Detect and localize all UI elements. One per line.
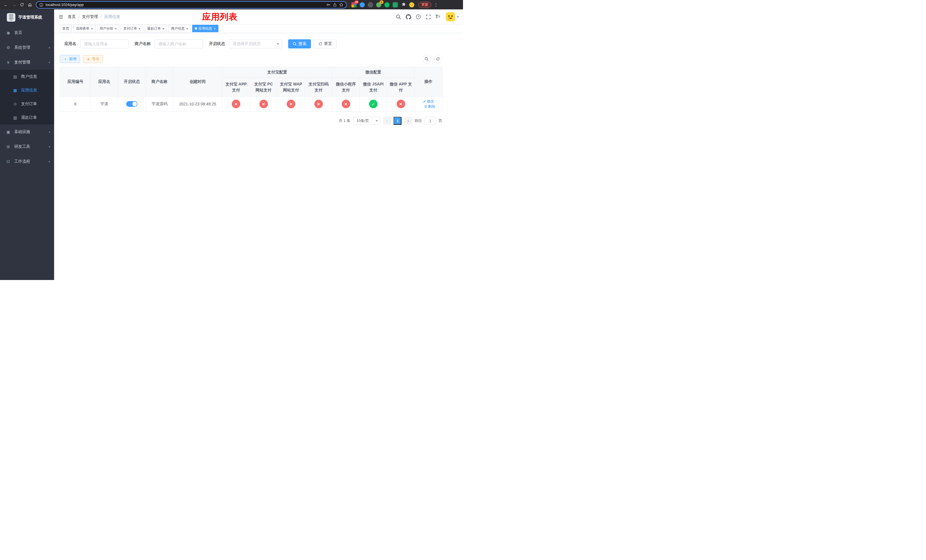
edit-link[interactable]: 修改: [423, 99, 434, 104]
sidebar-toggle-button[interactable]: [54, 14, 68, 20]
page-size-value: 10条/页: [357, 118, 369, 123]
col-alipay-pc: 支付宝 PC 网站支付: [250, 78, 277, 97]
breadcrumb-separator: /: [78, 15, 79, 19]
browser-refresh-button[interactable]: [18, 1, 26, 9]
page-size-select[interactable]: 10条/页: [353, 117, 380, 125]
sidebar-item-app-info[interactable]: ▦ 应用信息: [0, 83, 54, 97]
sidebar-item-payment[interactable]: ¥ 支付管理 ▾: [0, 55, 54, 70]
delete-link[interactable]: 删除: [424, 104, 436, 109]
breadcrumb-current: 应用信息: [104, 14, 120, 20]
tab-merchant-info[interactable]: 商户信息 ×: [168, 25, 191, 32]
extension-badge-one: 1: [380, 0, 384, 4]
goto-page-input[interactable]: [425, 117, 436, 125]
tab-process-form[interactable]: 流程表单 ×: [73, 25, 96, 32]
status-toggle[interactable]: [126, 101, 138, 107]
extension-grid-icon[interactable]: 10: [351, 2, 357, 8]
next-page-button[interactable]: ›: [404, 117, 412, 125]
app-name-input[interactable]: [80, 39, 129, 48]
user-avatar[interactable]: [446, 12, 459, 21]
col-status: 开启状态: [118, 67, 146, 97]
trash-icon: [424, 105, 427, 108]
sidebar-item-label: 支付订单: [21, 101, 37, 106]
sidebar-item-home[interactable]: ◉ 首页: [0, 25, 54, 40]
wx-mini-status-icon: [342, 100, 350, 108]
tab-close-icon[interactable]: ×: [138, 27, 141, 30]
merchant-name-input[interactable]: [154, 39, 203, 48]
breadcrumb-payment[interactable]: 支付管理: [82, 14, 98, 20]
search-button[interactable]: 搜索: [288, 39, 311, 48]
tab-close-icon[interactable]: ×: [91, 27, 93, 30]
tab-app-info[interactable]: 应用信息 ×: [192, 25, 218, 32]
sidebar-item-infrastructure[interactable]: ▣ 基础设施 ▾: [0, 124, 54, 139]
extension-icons: 10 1: [351, 2, 415, 8]
browser-update-button[interactable]: 更新: [418, 2, 431, 8]
search-button-label: 搜索: [298, 41, 306, 47]
sidebar-item-refund-orders[interactable]: ▧ 退款订单: [0, 111, 54, 124]
browser-home-button[interactable]: [26, 1, 33, 9]
browser-avatar-emoji[interactable]: [409, 2, 415, 8]
tab-close-icon[interactable]: ×: [162, 27, 165, 30]
extension-dark-icon[interactable]: [367, 2, 374, 8]
hide-search-button[interactable]: [422, 55, 431, 63]
extension-green-square-icon[interactable]: [392, 2, 398, 8]
dark-circle-icon: [368, 2, 373, 8]
tab-close-icon[interactable]: ×: [213, 27, 216, 30]
yen-icon: ¥: [6, 60, 11, 65]
status-select-placeholder: 请选择开启状态: [233, 41, 260, 47]
share-icon[interactable]: [333, 3, 337, 7]
export-button[interactable]: 导出: [83, 55, 103, 63]
password-key-icon[interactable]: [326, 3, 331, 7]
github-icon[interactable]: [406, 14, 411, 20]
table-toolbar: ＋ 新增 导出: [60, 55, 442, 63]
tab-refund-orders[interactable]: 退款订单 ×: [145, 25, 167, 32]
status-select[interactable]: 请选择开启状态: [229, 39, 282, 48]
page-number-button[interactable]: 1: [393, 117, 401, 125]
extension-wechat-icon[interactable]: [384, 2, 390, 8]
tab-user-group[interactable]: 用户分组 ×: [97, 25, 120, 32]
add-button[interactable]: ＋ 新增: [60, 55, 80, 63]
apps-table: 应用编号 应用名 开启状态 商户名称 创建时间 支付宝配置 微信配置 操作 支付…: [60, 67, 442, 112]
address-bar[interactable]: localhost:1024/pay/app: [36, 1, 347, 9]
site-info-icon[interactable]: [39, 3, 43, 7]
sidebar-logo[interactable]: 芋道管理系统: [0, 9, 54, 25]
sidebar-item-merchant-info[interactable]: ▤ 商户信息: [0, 70, 54, 83]
reset-button[interactable]: 重置: [314, 39, 337, 48]
avatar-dropdown-caret-icon: [457, 16, 459, 18]
tab-close-icon[interactable]: ×: [115, 27, 117, 30]
url-text[interactable]: localhost:1024/pay/app: [45, 3, 324, 7]
refresh-table-button[interactable]: [434, 55, 442, 63]
avatar-emoji-icon: [446, 12, 455, 21]
refresh-icon: [20, 3, 24, 7]
plus-icon: ＋: [64, 56, 67, 62]
bookmark-star-icon[interactable]: [339, 3, 343, 7]
sidebar-item-dev-tools[interactable]: ⊞ 研发工具 ▾: [0, 139, 54, 154]
sidebar-item-label: 首页: [14, 30, 22, 35]
tab-close-icon[interactable]: ×: [186, 27, 188, 30]
green-square-icon: [393, 2, 398, 8]
breadcrumb-home[interactable]: 首页: [68, 14, 76, 20]
browser-back-button[interactable]: ←: [2, 1, 10, 9]
font-size-icon[interactable]: TT: [436, 15, 440, 19]
document-icon: ▧: [12, 115, 18, 120]
header-search-icon[interactable]: [395, 14, 401, 20]
chevron-down-icon: ▾: [49, 46, 50, 49]
extension-profile-icon[interactable]: 1: [375, 2, 382, 8]
wx-app-status-icon: [396, 100, 405, 108]
sidebar-item-system[interactable]: ⚙ 系统管理 ▾: [0, 40, 54, 55]
alipay-pc-status-icon: [259, 100, 268, 108]
col-merchant: 商户名称: [146, 67, 173, 97]
wx-jsapi-status-icon: [369, 100, 378, 108]
extensions-puzzle-icon[interactable]: [400, 2, 407, 8]
col-group-wechat: 微信配置: [332, 67, 415, 78]
browser-forward-button[interactable]: →: [10, 1, 18, 9]
sidebar-item-pay-orders[interactable]: ⊙ 支付订单: [0, 97, 54, 111]
prev-page-button[interactable]: ‹: [383, 117, 391, 125]
browser-menu-icon[interactable]: ⋮: [433, 2, 439, 8]
fullscreen-icon[interactable]: [425, 14, 431, 20]
sidebar-item-workflow[interactable]: ⊡ 工作流程 ▾: [0, 154, 54, 169]
help-icon[interactable]: ?: [415, 14, 421, 20]
blue-drop-icon: [360, 2, 365, 8]
tab-home[interactable]: 首页: [60, 25, 72, 32]
tab-pay-orders[interactable]: 支付订单 ×: [121, 25, 143, 32]
extension-blue-icon[interactable]: [359, 2, 365, 8]
